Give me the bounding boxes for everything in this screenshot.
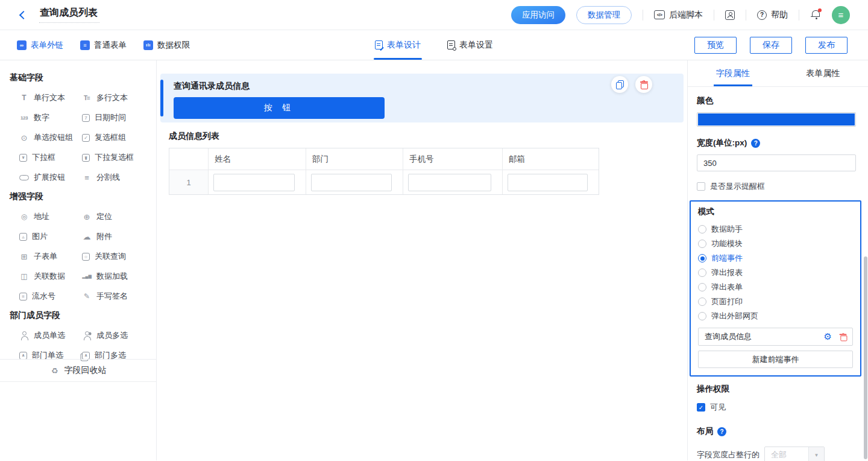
field-item-single-line-text[interactable]: 单行文本 bbox=[19, 93, 82, 103]
field-item-locate[interactable]: 定位 bbox=[82, 212, 145, 221]
chevron-down-icon bbox=[808, 447, 824, 461]
field-item-number[interactable]: 数字 bbox=[19, 113, 82, 122]
help-label: 帮助 bbox=[771, 10, 788, 21]
field-item-select[interactable]: 下拉框 bbox=[19, 153, 82, 162]
data-permission-button[interactable]: 数据权限 bbox=[143, 40, 190, 51]
data-management-button[interactable]: 数据管理 bbox=[576, 6, 632, 24]
radio-selected-icon[interactable] bbox=[698, 254, 706, 262]
basic-fields-grid: 单行文本 多行文本 数字 日期时间 单选按钮组 复选框组 下拉框 下拉复选框 扩… bbox=[10, 93, 156, 182]
mode-option-function-module[interactable]: 功能模块 bbox=[698, 237, 853, 251]
multi-select-icon bbox=[82, 154, 90, 162]
mode-label: 模式 bbox=[698, 206, 853, 217]
tab-field-properties[interactable]: 字段属性 bbox=[688, 60, 778, 86]
field-item-image[interactable]: 图片 bbox=[19, 232, 82, 241]
field-item-attachment[interactable]: 附件 bbox=[82, 232, 145, 241]
notifications-button[interactable] bbox=[810, 10, 821, 21]
mode-option-popup-form[interactable]: 弹出表单 bbox=[698, 280, 853, 294]
form-link-button[interactable]: 表单外链 bbox=[17, 40, 63, 51]
gear-icon[interactable] bbox=[824, 331, 832, 342]
width-help-icon[interactable] bbox=[751, 139, 760, 148]
page-title[interactable]: 查询成员列表 bbox=[39, 7, 99, 23]
subform-cell-input-name[interactable] bbox=[213, 174, 295, 191]
field-item-radio-group[interactable]: 单选按钮组 bbox=[19, 133, 82, 142]
field-item-multi-select[interactable]: 下拉复选框 bbox=[82, 153, 145, 162]
copy-field-button[interactable] bbox=[611, 76, 628, 93]
tab-form-settings[interactable]: 表单设置 bbox=[446, 30, 494, 60]
radio-icon[interactable] bbox=[698, 225, 706, 234]
width-input[interactable] bbox=[697, 154, 856, 171]
back-button[interactable] bbox=[17, 8, 30, 22]
subform-cell-input-email[interactable] bbox=[508, 174, 588, 191]
top-header: 查询成员列表 应用访问 数据管理 后端脚本 帮助 bbox=[0, 0, 868, 30]
field-item-checkbox-group[interactable]: 复选框组 bbox=[82, 133, 145, 142]
checkbox-group-icon bbox=[82, 134, 90, 142]
field-recycle-bin[interactable]: 字段回收站 bbox=[0, 359, 156, 382]
field-item-signature[interactable]: 手写签名 bbox=[82, 291, 145, 301]
radio-icon[interactable] bbox=[698, 269, 706, 277]
radio-icon[interactable] bbox=[698, 240, 706, 248]
field-item-extend-button[interactable]: 扩展按钮 bbox=[19, 173, 82, 182]
dept-member-fields-grid: 成员单选 成员多选 部门单选 部门多选 bbox=[10, 331, 156, 360]
dept-single-icon bbox=[19, 352, 27, 360]
form-button-field[interactable]: 按 钮 bbox=[174, 97, 385, 119]
field-item-label: 成员多选 bbox=[96, 330, 128, 341]
save-button[interactable]: 保存 bbox=[750, 37, 792, 54]
event-trash-icon[interactable] bbox=[840, 333, 847, 341]
subform-cell-input-dept[interactable] bbox=[311, 174, 392, 191]
tab-form-properties[interactable]: 表单属性 bbox=[778, 60, 868, 86]
radio-icon[interactable] bbox=[698, 283, 706, 291]
normal-form-button[interactable]: 普通表单 bbox=[80, 40, 127, 51]
user-avatar[interactable] bbox=[832, 6, 850, 24]
app-access-button[interactable]: 应用访问 bbox=[511, 6, 565, 24]
panel-tabs: 字段属性 表单属性 bbox=[688, 60, 868, 87]
mode-option-popup-report[interactable]: 弹出报表 bbox=[698, 265, 853, 280]
layout-width-select[interactable]: 全部 bbox=[764, 447, 825, 461]
mode-option-data-assistant[interactable]: 数据助手 bbox=[698, 222, 853, 237]
visible-checkbox-row[interactable]: 可见 bbox=[697, 402, 856, 413]
width-label: 宽度(单位:px) bbox=[697, 138, 856, 148]
show-reminder-checkbox[interactable] bbox=[697, 182, 705, 191]
help-button[interactable]: 帮助 bbox=[757, 10, 788, 21]
field-item-divider[interactable]: 分割线 bbox=[82, 173, 145, 182]
field-item-label: 单行文本 bbox=[34, 92, 65, 103]
backend-script-button[interactable]: 后端脚本 bbox=[654, 10, 703, 21]
field-item-label: 关联查询 bbox=[95, 251, 126, 262]
field-item-lookup-query[interactable]: 关联查询 bbox=[82, 252, 145, 261]
frontend-event-item[interactable]: 查询成员信息 bbox=[698, 328, 853, 346]
panel-scrollbar[interactable] bbox=[864, 256, 867, 459]
mode-option-frontend-event[interactable]: 前端事件 bbox=[698, 251, 853, 265]
subform-cell-input-phone[interactable] bbox=[408, 174, 491, 191]
subform-header-row: 姓名 部门 手机号 邮箱 bbox=[169, 148, 599, 170]
field-item-member-multi[interactable]: 成员多选 bbox=[82, 331, 145, 340]
color-swatch[interactable] bbox=[697, 112, 856, 127]
field-item-multi-line-text[interactable]: 多行文本 bbox=[82, 93, 145, 103]
mode-option-popup-external-page[interactable]: 弹出外部网页 bbox=[698, 309, 853, 323]
show-reminder-checkbox-row[interactable]: 是否显示提醒框 bbox=[697, 181, 856, 192]
section-title-enhanced-fields: 增强字段 bbox=[10, 191, 156, 202]
field-item-linked-data[interactable]: 关联数据 bbox=[19, 272, 82, 281]
field-item-subform[interactable]: 子表单 bbox=[19, 252, 82, 261]
image-icon bbox=[19, 233, 27, 241]
number-icon bbox=[19, 113, 29, 122]
field-item-member-single[interactable]: 成员单选 bbox=[19, 331, 82, 340]
contacts-button[interactable] bbox=[725, 10, 735, 20]
selected-button-field[interactable]: 查询通讯录成员信息 按 钮 bbox=[160, 74, 684, 122]
field-item-serial-number[interactable]: 流水号 bbox=[19, 291, 82, 301]
field-item-label: 附件 bbox=[96, 231, 112, 242]
field-item-datetime[interactable]: 日期时间 bbox=[82, 113, 145, 122]
publish-button[interactable]: 发布 bbox=[805, 37, 848, 54]
notification-dot bbox=[818, 8, 822, 12]
mode-option-page-print[interactable]: 页面打印 bbox=[698, 294, 853, 309]
new-frontend-event-button[interactable]: 新建前端事件 bbox=[698, 351, 853, 368]
visible-checkbox-checked[interactable] bbox=[697, 403, 705, 412]
subform-field-label[interactable]: 成员信息列表 bbox=[169, 131, 684, 142]
preview-button[interactable]: 预览 bbox=[694, 37, 737, 54]
delete-field-button[interactable] bbox=[635, 76, 652, 93]
tab-form-design[interactable]: 表单设计 bbox=[374, 30, 422, 60]
layout-help-icon[interactable] bbox=[717, 427, 726, 436]
radio-icon[interactable] bbox=[698, 312, 706, 320]
subform-table[interactable]: 姓名 部门 手机号 邮箱 1 bbox=[169, 148, 599, 195]
radio-icon[interactable] bbox=[698, 297, 706, 306]
field-item-address[interactable]: 地址 bbox=[19, 212, 82, 221]
field-item-data-load[interactable]: 数据加载 bbox=[82, 272, 145, 281]
